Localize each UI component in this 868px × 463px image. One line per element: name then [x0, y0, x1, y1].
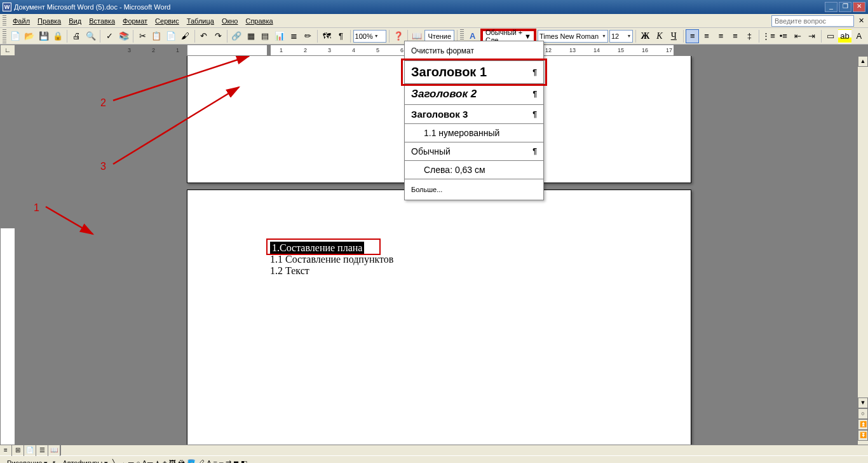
- minimize-button[interactable]: _: [825, 2, 837, 12]
- menu-edit[interactable]: Правка: [34, 16, 65, 26]
- preview-icon[interactable]: 🔍: [85, 29, 97, 43]
- hyperlink-icon[interactable]: 🔗: [230, 29, 243, 43]
- decrease-indent-button[interactable]: ⇤: [791, 29, 804, 43]
- dash-style-icon[interactable]: ┅: [219, 459, 224, 464]
- bold-button[interactable]: Ж: [639, 29, 651, 43]
- style-normal[interactable]: Обычный¶: [405, 142, 543, 161]
- drawing-menu[interactable]: Рисование ▾: [4, 459, 50, 464]
- line-color-icon[interactable]: 🖊: [198, 459, 205, 463]
- tables-borders-icon[interactable]: ▦: [245, 29, 257, 43]
- clipart-icon[interactable]: 🖼: [169, 459, 176, 463]
- borders-button[interactable]: ▭: [824, 29, 837, 43]
- menu-file[interactable]: Файл: [9, 16, 34, 26]
- menu-window[interactable]: Окно: [218, 16, 242, 26]
- style-numbered[interactable]: 1.1 нумерованный: [405, 124, 543, 142]
- new-doc-icon[interactable]: 📄: [9, 29, 22, 43]
- align-center-button[interactable]: ≡: [700, 29, 713, 43]
- next-page-button[interactable]: ⏬: [858, 430, 868, 441]
- underline-button[interactable]: Ч: [667, 29, 680, 43]
- font-color-button[interactable]: A: [853, 29, 865, 43]
- vertical-scrollbar[interactable]: ▲ ▼ ○ ⏫ ⏬: [857, 56, 868, 445]
- help-icon[interactable]: ❓: [392, 29, 405, 43]
- oval-icon[interactable]: ○: [136, 459, 140, 463]
- diagram-icon[interactable]: ◈: [162, 459, 167, 464]
- align-left-button[interactable]: ≡: [686, 29, 698, 43]
- paste-icon[interactable]: 📄: [165, 29, 177, 43]
- arrow-icon[interactable]: →: [119, 459, 126, 463]
- horizontal-scrollbar[interactable]: [60, 445, 868, 455]
- style-more[interactable]: Больше...: [405, 179, 543, 200]
- font-size-combo[interactable]: 12▼: [609, 30, 633, 43]
- excel-icon[interactable]: 📊: [273, 29, 286, 43]
- menu-view[interactable]: Вид: [65, 16, 85, 26]
- insert-table-icon[interactable]: ▤: [259, 29, 271, 43]
- columns-icon[interactable]: ≣: [287, 29, 300, 43]
- style-heading-1[interactable]: Заголовок 1¶: [405, 61, 543, 84]
- menu-insert[interactable]: Вставка: [85, 16, 119, 26]
- open-icon[interactable]: 📂: [23, 29, 36, 43]
- drawing-icon[interactable]: ✏: [301, 29, 314, 43]
- menubar-close-icon[interactable]: ✕: [857, 17, 865, 25]
- undo-icon[interactable]: ↶: [197, 29, 210, 43]
- save-icon[interactable]: 💾: [37, 29, 50, 43]
- scroll-down-button[interactable]: ▼: [858, 397, 868, 408]
- menu-help[interactable]: Справка: [241, 16, 276, 26]
- increase-indent-button[interactable]: ⇥: [805, 29, 818, 43]
- prev-page-button[interactable]: ⏫: [858, 419, 868, 430]
- numbering-button[interactable]: ⋮≡: [762, 29, 776, 43]
- align-right-button[interactable]: ≡: [714, 29, 727, 43]
- highlight-button[interactable]: ab: [838, 29, 851, 43]
- autoshapes-menu[interactable]: Автофигуры ▾: [60, 459, 111, 464]
- select-objects-icon[interactable]: ↖: [52, 459, 58, 464]
- ruler-corner[interactable]: ∟: [0, 45, 15, 56]
- line-style-icon[interactable]: ≡: [213, 459, 217, 463]
- reading-view-button[interactable]: 📖: [48, 445, 60, 456]
- body-line-2[interactable]: 1.1 Составление подпунктов: [270, 254, 393, 265]
- textbox-icon[interactable]: A▭: [142, 459, 153, 464]
- vertical-ruler[interactable]: [0, 56, 15, 445]
- outline-view-button[interactable]: ☰: [36, 445, 48, 456]
- font-color-draw-icon[interactable]: A: [207, 459, 211, 463]
- menu-tools[interactable]: Сервис: [151, 16, 183, 26]
- grip-handle[interactable]: [3, 29, 6, 43]
- format-painter-icon[interactable]: 🖌: [179, 29, 191, 43]
- normal-view-button[interactable]: ≡: [0, 445, 12, 456]
- spellcheck-icon[interactable]: ✓: [103, 29, 116, 43]
- arrow-style-icon[interactable]: ⇄: [226, 459, 231, 464]
- align-justify-button[interactable]: ≡: [729, 29, 742, 43]
- permission-icon[interactable]: 🔒: [51, 29, 64, 43]
- restore-button[interactable]: ❐: [839, 2, 851, 12]
- wordart-icon[interactable]: 𝐀: [155, 459, 160, 464]
- 3d-icon[interactable]: ◧: [241, 459, 247, 464]
- cut-icon[interactable]: ✂: [136, 29, 149, 43]
- close-button[interactable]: ✕: [853, 2, 865, 12]
- style-clear-format[interactable]: Очистить формат: [405, 41, 543, 61]
- italic-button[interactable]: К: [653, 29, 666, 43]
- print-view-button[interactable]: 📄: [24, 445, 36, 456]
- browse-object-button[interactable]: ○: [858, 408, 868, 419]
- font-combo[interactable]: Times New Roman▼: [538, 30, 608, 43]
- shadow-icon[interactable]: ◼: [233, 459, 239, 464]
- scroll-up-button[interactable]: ▲: [858, 56, 868, 67]
- fill-color-icon[interactable]: 🪣: [187, 459, 196, 464]
- body-line-3[interactable]: 1.2 Текст: [270, 265, 393, 277]
- help-search-input[interactable]: [771, 15, 854, 27]
- zoom-combo[interactable]: 100%▼: [353, 30, 386, 43]
- map-icon[interactable]: 🗺: [320, 29, 333, 43]
- menu-format[interactable]: Формат: [119, 16, 151, 26]
- copy-icon[interactable]: 📋: [150, 29, 163, 43]
- picture-icon[interactable]: 🏔: [178, 459, 185, 463]
- style-heading-3[interactable]: Заголовок 3¶: [405, 105, 543, 124]
- show-marks-icon[interactable]: ¶: [334, 29, 347, 43]
- style-indent[interactable]: Слева: 0,63 см: [405, 161, 543, 179]
- web-view-button[interactable]: ⊞: [12, 445, 24, 456]
- rectangle-icon[interactable]: ▭: [128, 459, 134, 464]
- research-icon[interactable]: 📚: [117, 29, 130, 43]
- grip-handle[interactable]: [3, 15, 6, 27]
- bullets-button[interactable]: •≡: [777, 29, 790, 43]
- line-spacing-button[interactable]: ‡: [743, 29, 756, 43]
- style-heading-2[interactable]: Заголовок 2¶: [405, 84, 543, 105]
- menu-table[interactable]: Таблица: [183, 16, 218, 26]
- line-icon[interactable]: ╲: [112, 459, 117, 464]
- redo-icon[interactable]: ↷: [212, 29, 224, 43]
